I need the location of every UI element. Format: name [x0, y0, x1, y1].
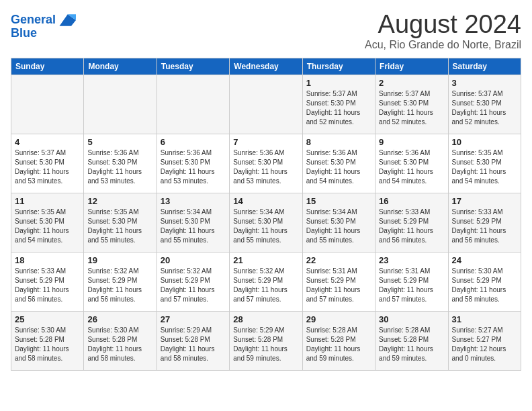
day-number: 1 [306, 78, 371, 88]
calendar-table: SundayMondayTuesdayWednesdayThursdayFrid… [11, 58, 521, 371]
header: General Blue August 2024 Acu, Rio Grande… [11, 11, 521, 51]
day-info: Sunrise: 5:32 AM Sunset: 5:29 PM Dayligh… [87, 267, 152, 304]
day-info: Sunrise: 5:30 AM Sunset: 5:29 PM Dayligh… [452, 267, 517, 304]
day-info: Sunrise: 5:31 AM Sunset: 5:29 PM Dayligh… [379, 267, 444, 304]
calendar-week-row: 1Sunrise: 5:37 AM Sunset: 5:30 PM Daylig… [11, 75, 521, 134]
day-number: 13 [161, 196, 226, 206]
day-info: Sunrise: 5:35 AM Sunset: 5:30 PM Dayligh… [452, 148, 517, 186]
calendar-cell [84, 75, 157, 134]
day-number: 9 [379, 137, 444, 147]
header-day-wednesday: Wednesday [230, 58, 302, 75]
calendar-cell: 3Sunrise: 5:37 AM Sunset: 5:30 PM Daylig… [448, 75, 521, 134]
day-number: 27 [161, 314, 226, 324]
calendar-cell [11, 75, 84, 134]
calendar-cell: 10Sunrise: 5:35 AM Sunset: 5:30 PM Dayli… [448, 134, 521, 193]
day-number: 17 [452, 196, 517, 206]
calendar-cell: 27Sunrise: 5:29 AM Sunset: 5:28 PM Dayli… [157, 311, 229, 370]
day-info: Sunrise: 5:37 AM Sunset: 5:30 PM Dayligh… [452, 89, 517, 127]
calendar-cell: 17Sunrise: 5:33 AM Sunset: 5:29 PM Dayli… [448, 193, 521, 252]
day-info: Sunrise: 5:35 AM Sunset: 5:30 PM Dayligh… [87, 208, 152, 245]
calendar-cell: 1Sunrise: 5:37 AM Sunset: 5:30 PM Daylig… [302, 75, 375, 134]
day-number: 26 [87, 314, 152, 324]
day-number: 6 [161, 137, 226, 147]
day-info: Sunrise: 5:32 AM Sunset: 5:29 PM Dayligh… [161, 267, 226, 304]
day-number: 30 [379, 314, 444, 324]
day-info: Sunrise: 5:36 AM Sunset: 5:30 PM Dayligh… [233, 148, 298, 186]
day-info: Sunrise: 5:28 AM Sunset: 5:28 PM Dayligh… [379, 326, 444, 363]
calendar-title: August 2024 [365, 11, 521, 39]
day-number: 28 [233, 314, 298, 324]
logo-blue-text: Blue [11, 26, 37, 40]
day-info: Sunrise: 5:33 AM Sunset: 5:29 PM Dayligh… [379, 208, 444, 245]
day-number: 7 [233, 137, 298, 147]
calendar-cell: 30Sunrise: 5:28 AM Sunset: 5:28 PM Dayli… [375, 311, 448, 370]
day-number: 10 [452, 137, 517, 147]
day-info: Sunrise: 5:36 AM Sunset: 5:30 PM Dayligh… [306, 148, 371, 186]
day-number: 12 [87, 196, 152, 206]
day-number: 21 [233, 255, 298, 265]
day-info: Sunrise: 5:33 AM Sunset: 5:29 PM Dayligh… [15, 267, 80, 304]
day-info: Sunrise: 5:28 AM Sunset: 5:28 PM Dayligh… [306, 326, 371, 363]
calendar-cell: 12Sunrise: 5:35 AM Sunset: 5:30 PM Dayli… [84, 193, 157, 252]
header-day-saturday: Saturday [448, 58, 521, 75]
day-number: 29 [306, 314, 371, 324]
day-number: 24 [452, 255, 517, 265]
calendar-cell: 18Sunrise: 5:33 AM Sunset: 5:29 PM Dayli… [11, 252, 84, 311]
day-number: 4 [15, 137, 80, 147]
calendar-header-row: SundayMondayTuesdayWednesdayThursdayFrid… [11, 58, 521, 75]
day-number: 15 [306, 196, 371, 206]
day-info: Sunrise: 5:34 AM Sunset: 5:30 PM Dayligh… [306, 208, 371, 245]
calendar-cell: 11Sunrise: 5:35 AM Sunset: 5:30 PM Dayli… [11, 193, 84, 252]
header-day-sunday: Sunday [11, 58, 84, 75]
calendar-cell: 16Sunrise: 5:33 AM Sunset: 5:29 PM Dayli… [375, 193, 448, 252]
day-info: Sunrise: 5:36 AM Sunset: 5:30 PM Dayligh… [87, 148, 152, 186]
calendar-cell: 31Sunrise: 5:27 AM Sunset: 5:27 PM Dayli… [448, 311, 521, 370]
calendar-cell: 25Sunrise: 5:30 AM Sunset: 5:28 PM Dayli… [11, 311, 84, 370]
logo-icon [57, 11, 76, 30]
day-number: 3 [452, 78, 517, 88]
title-block: August 2024 Acu, Rio Grande do Norte, Br… [365, 11, 521, 51]
header-day-friday: Friday [375, 58, 448, 75]
calendar-cell: 19Sunrise: 5:32 AM Sunset: 5:29 PM Dayli… [84, 252, 157, 311]
calendar-subtitle: Acu, Rio Grande do Norte, Brazil [365, 39, 521, 51]
day-info: Sunrise: 5:29 AM Sunset: 5:28 PM Dayligh… [233, 326, 298, 363]
calendar-cell: 24Sunrise: 5:30 AM Sunset: 5:29 PM Dayli… [448, 252, 521, 311]
day-number: 25 [15, 314, 80, 324]
day-info: Sunrise: 5:34 AM Sunset: 5:30 PM Dayligh… [161, 208, 226, 245]
calendar-cell: 28Sunrise: 5:29 AM Sunset: 5:28 PM Dayli… [230, 311, 302, 370]
day-number: 14 [233, 196, 298, 206]
day-info: Sunrise: 5:29 AM Sunset: 5:28 PM Dayligh… [161, 326, 226, 363]
day-number: 22 [306, 255, 371, 265]
header-day-thursday: Thursday [302, 58, 375, 75]
calendar-cell: 6Sunrise: 5:36 AM Sunset: 5:30 PM Daylig… [157, 134, 229, 193]
day-number: 23 [379, 255, 444, 265]
calendar-cell: 13Sunrise: 5:34 AM Sunset: 5:30 PM Dayli… [157, 193, 229, 252]
day-info: Sunrise: 5:31 AM Sunset: 5:29 PM Dayligh… [306, 267, 371, 304]
header-day-tuesday: Tuesday [157, 58, 229, 75]
day-info: Sunrise: 5:37 AM Sunset: 5:30 PM Dayligh… [15, 148, 80, 186]
calendar-cell: 26Sunrise: 5:30 AM Sunset: 5:28 PM Dayli… [84, 311, 157, 370]
day-info: Sunrise: 5:37 AM Sunset: 5:30 PM Dayligh… [306, 89, 371, 127]
calendar-cell: 7Sunrise: 5:36 AM Sunset: 5:30 PM Daylig… [230, 134, 302, 193]
calendar-cell [157, 75, 229, 134]
day-info: Sunrise: 5:36 AM Sunset: 5:30 PM Dayligh… [161, 148, 226, 186]
header-day-monday: Monday [84, 58, 157, 75]
day-info: Sunrise: 5:33 AM Sunset: 5:29 PM Dayligh… [452, 208, 517, 245]
day-info: Sunrise: 5:30 AM Sunset: 5:28 PM Dayligh… [15, 326, 80, 363]
day-info: Sunrise: 5:35 AM Sunset: 5:30 PM Dayligh… [15, 208, 80, 245]
day-number: 11 [15, 196, 80, 206]
calendar-cell: 23Sunrise: 5:31 AM Sunset: 5:29 PM Dayli… [375, 252, 448, 311]
calendar-cell: 4Sunrise: 5:37 AM Sunset: 5:30 PM Daylig… [11, 134, 84, 193]
calendar-week-row: 11Sunrise: 5:35 AM Sunset: 5:30 PM Dayli… [11, 193, 521, 252]
day-number: 8 [306, 137, 371, 147]
calendar-cell: 20Sunrise: 5:32 AM Sunset: 5:29 PM Dayli… [157, 252, 229, 311]
calendar-week-row: 18Sunrise: 5:33 AM Sunset: 5:29 PM Dayli… [11, 252, 521, 311]
calendar-cell: 21Sunrise: 5:32 AM Sunset: 5:29 PM Dayli… [230, 252, 302, 311]
day-number: 5 [87, 137, 152, 147]
day-number: 16 [379, 196, 444, 206]
calendar-cell: 9Sunrise: 5:36 AM Sunset: 5:30 PM Daylig… [375, 134, 448, 193]
calendar-cell: 2Sunrise: 5:37 AM Sunset: 5:30 PM Daylig… [375, 75, 448, 134]
calendar-cell: 29Sunrise: 5:28 AM Sunset: 5:28 PM Dayli… [302, 311, 375, 370]
day-number: 20 [161, 255, 226, 265]
calendar-cell: 15Sunrise: 5:34 AM Sunset: 5:30 PM Dayli… [302, 193, 375, 252]
